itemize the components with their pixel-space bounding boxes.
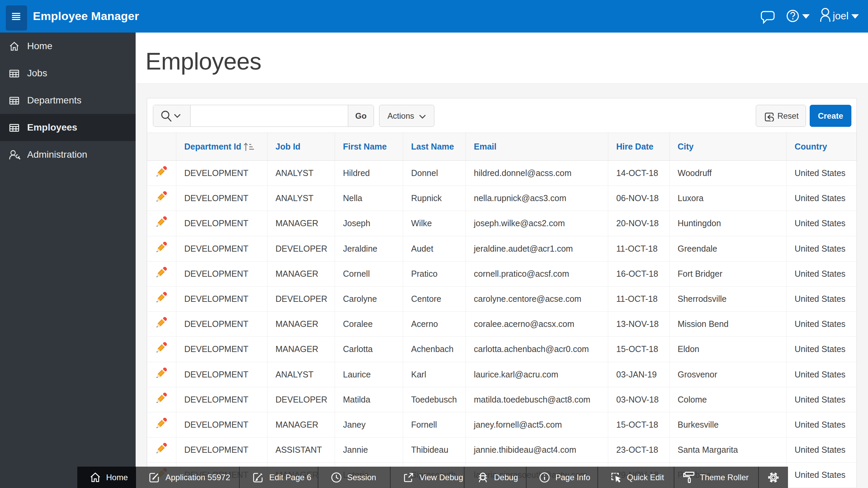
svg-text:joel: joel — [832, 10, 849, 21]
